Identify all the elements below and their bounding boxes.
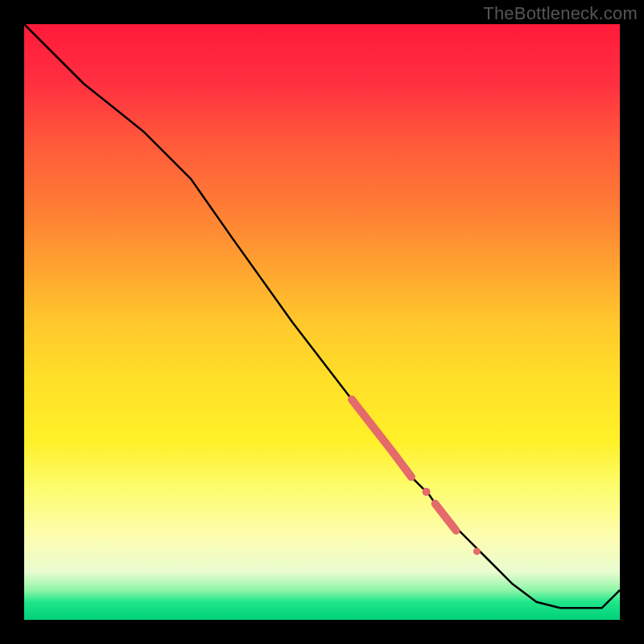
- chart-marker-segment: [352, 399, 394, 453]
- chart-line: [24, 24, 620, 608]
- chart-svg: [24, 24, 620, 620]
- chart-marker-segment: [394, 453, 411, 477]
- chart-marker-dot: [473, 547, 481, 555]
- watermark-text: TheBottleneck.com: [483, 3, 638, 24]
- chart-marker-segment: [436, 504, 456, 530]
- chart-marker-dot: [423, 488, 431, 496]
